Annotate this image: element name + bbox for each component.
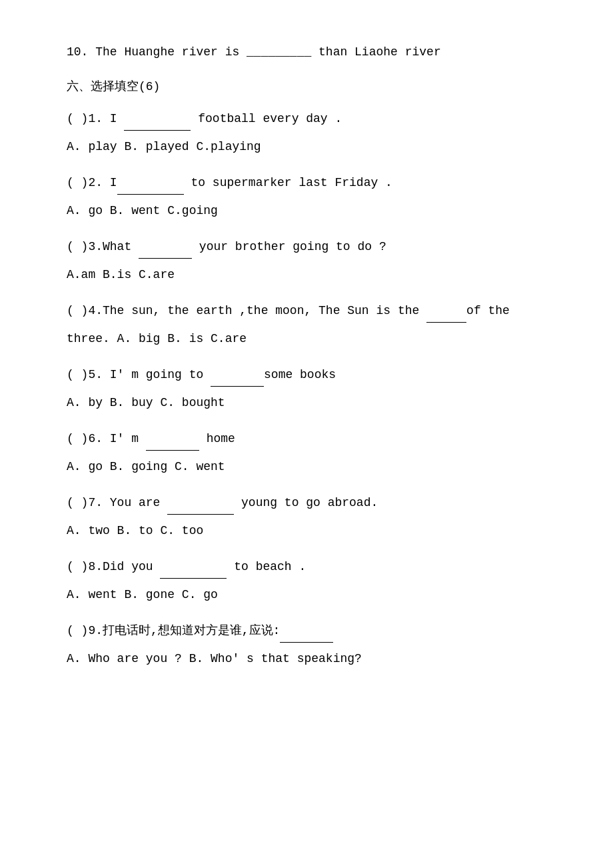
question-10-block: 10. The Huanghe river is _________ than … <box>67 40 560 64</box>
question-4-block: ( )4.The sun, the earth ,the moon, The S… <box>67 299 560 351</box>
question-4-text: ( )4.The sun, the earth ,the moon, The S… <box>67 299 560 323</box>
section-6-header: 六、选择填空(6) <box>67 76 560 97</box>
q7-number: ( )7. You are <box>67 496 167 509</box>
question-1-options: A. play B. played C.playing <box>67 135 560 159</box>
question-2-text: ( )2. I to supermarker last Friday . <box>67 171 560 195</box>
question-9-block: ( )9.打电话时,想知道对方是谁,应说: A. Who are you ? B… <box>67 619 560 671</box>
q5-rest: some books <box>264 368 336 381</box>
q6-rest: home <box>199 432 235 445</box>
q9-blank <box>280 631 333 643</box>
question-5-options: A. by B. buy C. bought <box>67 391 560 415</box>
q7-rest: young to go abroad. <box>234 496 378 509</box>
question-6-text: ( )6. I' m home <box>67 427 560 451</box>
q4-of: of the <box>466 304 510 317</box>
q6-blank <box>146 439 199 451</box>
question-6-block: ( )6. I' m home A. go B. going C. went <box>67 427 560 479</box>
q6-number: ( )6. I' m <box>67 432 146 445</box>
question-7-block: ( )7. You are young to go abroad. A. two… <box>67 491 560 543</box>
q5-number: ( )5. I' m going to <box>67 368 211 381</box>
question-4-options: three. A. big B. is C.are <box>67 327 560 351</box>
q5-blank <box>211 375 264 387</box>
question-8-text: ( )8.Did you to beach . <box>67 555 560 579</box>
q2-number: ( )2. I <box>67 176 117 189</box>
q3-rest: your brother going to do ? <box>192 240 386 253</box>
question-5-block: ( )5. I' m going to some books A. by B. … <box>67 363 560 415</box>
question-8-options: A. went B. gone C. go <box>67 583 560 607</box>
q1-number: ( )1. I <box>67 112 124 125</box>
q9-number: ( )9.打电话时,想知道对方是谁,应说: <box>67 624 280 637</box>
q4-number: ( )4.The sun, the earth ,the moon, The S… <box>67 304 426 317</box>
question-10-text: 10. The Huanghe river is _________ than … <box>67 40 560 64</box>
q2-rest: to supermarker last Friday . <box>184 176 392 189</box>
question-6-options: A. go B. going C. went <box>67 455 560 479</box>
q8-number: ( )8.Did you <box>67 560 160 573</box>
question-3-text: ( )3.What your brother going to do ? <box>67 235 560 259</box>
q7-blank <box>167 503 234 515</box>
question-7-text: ( )7. You are young to go abroad. <box>67 491 560 515</box>
q2-blank <box>117 183 184 195</box>
question-3-block: ( )3.What your brother going to do ? A.a… <box>67 235 560 287</box>
question-9-options: A. Who are you ? B. Who' s that speaking… <box>67 647 560 671</box>
q8-blank <box>160 567 227 579</box>
question-2-options: A. go B. went C.going <box>67 199 560 223</box>
question-8-block: ( )8.Did you to beach . A. went B. gone … <box>67 555 560 607</box>
question-5-text: ( )5. I' m going to some books <box>67 363 560 387</box>
q8-rest: to beach . <box>227 560 306 573</box>
question-2-block: ( )2. I to supermarker last Friday . A. … <box>67 171 560 223</box>
q1-blank <box>124 119 191 131</box>
q3-number: ( )3.What <box>67 240 139 253</box>
question-7-options: A. two B. to C. too <box>67 519 560 543</box>
main-content: 10. The Huanghe river is _________ than … <box>67 40 560 671</box>
question-1-block: ( )1. I football every day . A. play B. … <box>67 107 560 159</box>
q1-rest: football every day . <box>191 112 342 125</box>
q4-blank <box>426 311 466 323</box>
q3-blank <box>139 247 192 259</box>
question-9-text: ( )9.打电话时,想知道对方是谁,应说: <box>67 619 560 643</box>
question-1-text: ( )1. I football every day . <box>67 107 560 131</box>
question-3-options: A.am B.is C.are <box>67 263 560 287</box>
